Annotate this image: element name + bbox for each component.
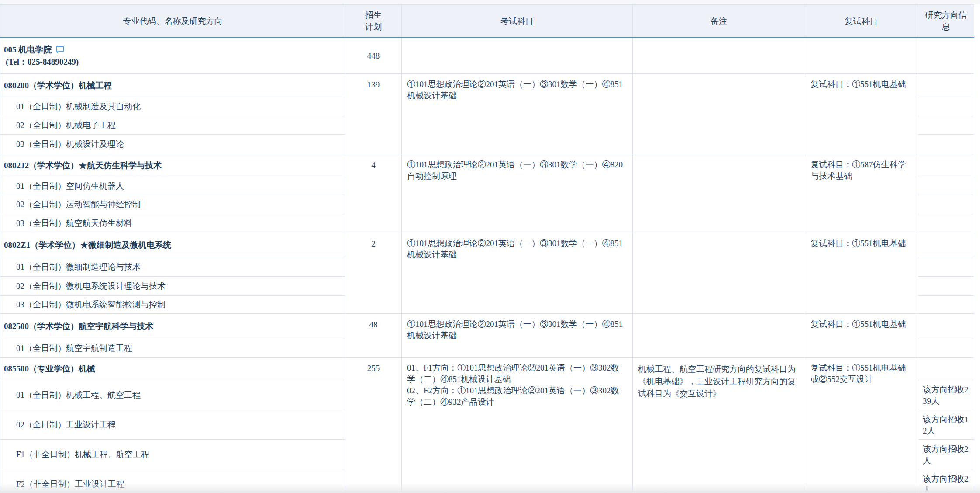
info-cell: 该方向招收2人 — [918, 440, 974, 469]
info-cell — [918, 233, 974, 257]
retest-cell: 复试科目：①551机电基础 — [805, 74, 918, 154]
header-note-column: 备注 — [633, 5, 805, 38]
major-label-cell: 0802J2（学术学位）★航天仿生科学与技术 — [0, 154, 345, 177]
retest-cell: 复试科目：①551机电基础 — [805, 314, 918, 358]
info-cell — [918, 177, 974, 195]
info-cell — [918, 257, 974, 277]
direction-label-cell: F2（非全日制）工业设计工程 — [0, 469, 345, 493]
direction-label-cell: 02（全日制）运动智能与神经控制 — [0, 195, 345, 214]
major-label-cell: 080200（学术学位）机械工程 — [0, 74, 345, 97]
info-cell — [918, 296, 974, 314]
header-info-column: 研究方向信息 — [918, 5, 974, 38]
direction-label-cell: 01（全日制）航空宇航制造工程 — [0, 339, 345, 358]
plan-cell: 448 — [345, 38, 402, 74]
direction-label-cell: F1（非全日制）机械工程、航空工程 — [0, 440, 345, 469]
retest-cell: 复试科目：①587仿生科学与技术基础 — [805, 154, 918, 233]
header-major-column: 专业代码、名称及研究方向 — [0, 5, 345, 38]
info-cell: 该方向招收2人 — [918, 469, 974, 493]
direction-label-cell: 01（全日制）微细制造理论与技术 — [0, 257, 345, 277]
info-cell — [918, 314, 974, 339]
exam-option-2: 02、F2方向：①101思想政治理论②201英语（一）③302数学（二）④932… — [407, 385, 627, 408]
major-group-row: 0802J2（学术学位）★航天仿生科学与技术 4 ①101思想政治理论②201英… — [0, 154, 974, 177]
info-cell: 该方向招收239人 — [918, 380, 974, 410]
header-plan-column: 招生计划 — [345, 5, 402, 38]
retest-cell-empty — [805, 38, 918, 74]
retest-cell: 复试科目：①551机电基础 — [805, 233, 918, 314]
note-cell — [633, 74, 805, 154]
college-row: 005 机电学院 (Tel：025-84890249) 448 — [0, 38, 974, 74]
table-header-row: 专业代码、名称及研究方向 招生计划 考试科目 备注 复试科目 研究方向信息 — [0, 5, 974, 38]
retest-cell: 复试科目：①551机电基础或②552交互设计 — [805, 358, 918, 493]
college-name-cell: 005 机电学院 (Tel：025-84890249) — [0, 38, 345, 74]
info-cell — [918, 277, 974, 296]
page-top-margin — [0, 0, 980, 4]
plan-cell: 4 — [345, 154, 402, 233]
info-cell-empty — [918, 38, 974, 74]
info-cell — [918, 214, 974, 233]
info-cell — [918, 339, 974, 358]
enrollment-plan-table: 专业代码、名称及研究方向 招生计划 考试科目 备注 复试科目 研究方向信息 00… — [0, 4, 974, 493]
info-cell — [918, 116, 974, 135]
header-retest-column: 复试科目 — [805, 5, 918, 38]
exam-cell: ①101思想政治理论②201英语（一）③301数学（一）④851机械设计基础 — [402, 74, 633, 154]
note-cell — [633, 314, 805, 358]
direction-label-cell: 01（全日制）空间仿生机器人 — [0, 177, 345, 195]
direction-label-cell: 02（全日制）工业设计工程 — [0, 410, 345, 440]
direction-label-cell: 01（全日制）机械工程、航空工程 — [0, 380, 345, 410]
major-label-cell: 085500（专业学位）机械 — [0, 358, 345, 380]
exam-cell: ①101思想政治理论②201英语（一）③301数学（一）④851机械设计基础 — [402, 233, 633, 314]
note-cell — [633, 154, 805, 233]
plan-cell: 139 — [345, 74, 402, 154]
major-label-cell: 0802Z1（学术学位）★微细制造及微机电系统 — [0, 233, 345, 257]
plan-cell: 2 — [345, 233, 402, 314]
info-cell — [918, 154, 974, 177]
info-cell — [918, 358, 974, 380]
direction-label-cell: 02（全日制）机械电子工程 — [0, 116, 345, 135]
direction-label-cell: 01（全日制）机械制造及其自动化 — [0, 97, 345, 116]
info-cell — [918, 74, 974, 97]
exam-cell: ①101思想政治理论②201英语（一）③301数学（一）④820自动控制原理 — [402, 154, 633, 233]
direction-label-cell: 03（全日制）航空航天仿生材料 — [0, 214, 345, 233]
plan-cell: 255 — [345, 358, 402, 493]
admissions-table-page: 专业代码、名称及研究方向 招生计划 考试科目 备注 复试科目 研究方向信息 00… — [0, 0, 980, 493]
plan-cell: 48 — [345, 314, 402, 358]
major-group-row: 082500（学术学位）航空宇航科学与技术 48 ①101思想政治理论②201英… — [0, 314, 974, 339]
college-tel: (Tel：025-84890249) — [4, 56, 341, 68]
info-cell — [918, 97, 974, 116]
note-cell-empty — [633, 38, 805, 74]
info-cell — [918, 135, 974, 154]
exam-option-1: 01、F1方向：①101思想政治理论②201英语（一）③302数学（二）④851… — [407, 362, 627, 385]
chat-bubble-icon[interactable] — [56, 45, 64, 56]
major-group-row: 085500（专业学位）机械 255 01、F1方向：①101思想政治理论②20… — [0, 358, 974, 380]
college-code-name: 005 机电学院 — [4, 44, 341, 56]
major-label-cell: 082500（学术学位）航空宇航科学与技术 — [0, 314, 345, 339]
exam-cell-empty — [402, 38, 633, 74]
major-group-row: 080200（学术学位）机械工程 139 ①101思想政治理论②201英语（一）… — [0, 74, 974, 97]
direction-label-cell: 03（全日制）机械设计及理论 — [0, 135, 345, 154]
exam-cell: 01、F1方向：①101思想政治理论②201英语（一）③302数学（二）④851… — [402, 358, 633, 493]
note-cell: 机械工程、航空工程研究方向的复试科目为《机电基础》，工业设计工程研究方向的复试科… — [633, 358, 805, 493]
direction-label-cell: 02（全日制）微机电系统设计理论与技术 — [0, 277, 345, 296]
info-cell: 该方向招收12人 — [918, 410, 974, 440]
note-cell — [633, 233, 805, 314]
header-exam-column: 考试科目 — [402, 5, 633, 38]
major-group-row: 0802Z1（学术学位）★微细制造及微机电系统 2 ①101思想政治理论②201… — [0, 233, 974, 257]
exam-cell: ①101思想政治理论②201英语（一）③301数学（一）④851机械设计基础 — [402, 314, 633, 358]
info-cell — [918, 195, 974, 214]
direction-label-cell: 03（全日制）微机电系统智能检测与控制 — [0, 296, 345, 314]
